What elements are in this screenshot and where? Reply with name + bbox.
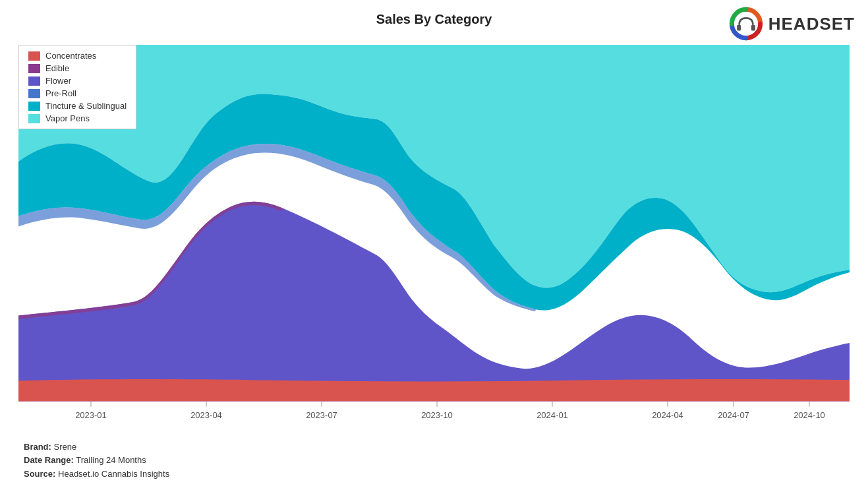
source-label: Source: — [24, 469, 55, 479]
legend-swatch — [28, 89, 40, 98]
legend-swatch — [28, 51, 40, 61]
xaxis-label: 2024-07 — [718, 410, 749, 420]
legend-label: Concentrates — [45, 51, 96, 61]
svg-rect-1 — [737, 25, 741, 31]
legend-item: Pre-Roll — [28, 88, 127, 98]
footer-source: Source: Headset.io Cannabis Insights — [24, 468, 169, 481]
daterange-label: Date Range: — [24, 455, 74, 465]
xaxis-label: 2023-04 — [190, 410, 222, 420]
legend-item: Edible — [28, 63, 127, 73]
svg-rect-2 — [751, 25, 755, 31]
chart-svg — [18, 45, 850, 429]
brand-value: Srene — [54, 442, 77, 452]
chart-area — [18, 45, 850, 429]
legend-label: Tincture & Sublingual — [45, 101, 127, 111]
brand-label: Brand: — [24, 442, 51, 452]
legend-swatch — [28, 114, 40, 123]
xaxis-label: 2023-10 — [421, 410, 453, 420]
legend-label: Vapor Pens — [45, 113, 90, 123]
xaxis-label: 2024-10 — [794, 410, 825, 420]
source-value: Headset.io Cannabis Insights — [58, 469, 169, 479]
legend-item: Flower — [28, 76, 127, 86]
legend: ConcentratesEdibleFlowerPre-RollTincture… — [18, 45, 136, 129]
legend-item: Concentrates — [28, 51, 127, 61]
legend-label: Pre-Roll — [45, 88, 76, 98]
xaxis-label: 2023-07 — [306, 410, 337, 420]
legend-swatch — [28, 64, 40, 73]
headset-logo-text: HEADSET — [768, 14, 855, 34]
xaxis-label: 2024-04 — [652, 410, 683, 420]
area-concentrates — [18, 379, 850, 401]
xaxis-label: 2023-01 — [75, 410, 107, 420]
xaxis-labels: 2023-012023-042023-072023-102024-012024-… — [18, 410, 850, 430]
xaxis-label: 2024-01 — [536, 410, 568, 420]
daterange-value: Trailing 24 Months — [76, 455, 146, 465]
legend-item: Vapor Pens — [28, 113, 127, 123]
legend-label: Flower — [45, 76, 71, 86]
headset-logo-icon — [729, 7, 763, 41]
legend-swatch — [28, 76, 40, 86]
headset-logo: HEADSET — [729, 7, 855, 41]
legend-swatch — [28, 102, 40, 111]
footer: Brand: Srene Date Range: Trailing 24 Mon… — [24, 441, 169, 481]
footer-daterange: Date Range: Trailing 24 Months — [24, 454, 169, 468]
footer-brand: Brand: Srene — [24, 441, 169, 454]
legend-item: Tincture & Sublingual — [28, 101, 127, 111]
chart-container: Sales By Category HEADSET ConcentratesEd… — [0, 0, 868, 488]
legend-label: Edible — [45, 63, 69, 73]
